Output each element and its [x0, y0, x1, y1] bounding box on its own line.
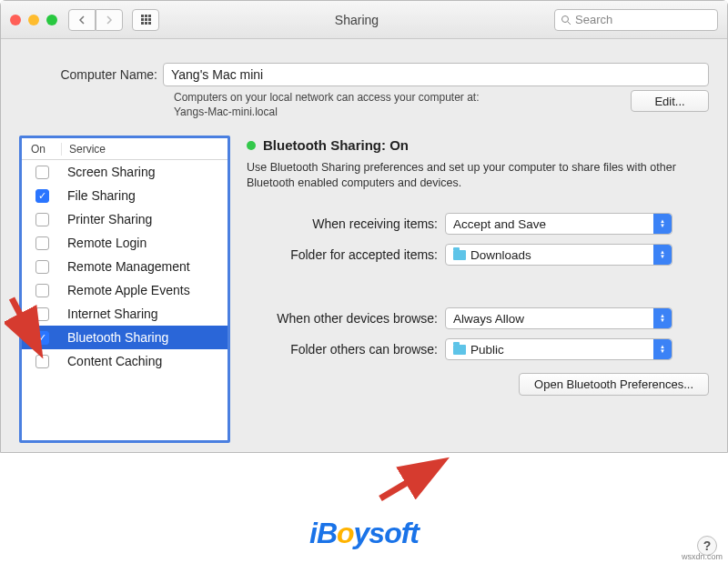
computer-name-label: Computer Name:	[19, 67, 157, 82]
show-all-button[interactable]	[132, 9, 159, 31]
browse-dropdown[interactable]: Always Allow ▲▼	[445, 307, 672, 329]
computer-name-hint: Computers on your local network can acce…	[174, 90, 620, 119]
status-dot-icon	[247, 141, 256, 150]
services-list: On Service Screen Sharing✓File SharingPr…	[19, 136, 230, 443]
minimize-icon[interactable]	[28, 15, 39, 25]
chevron-updown-icon: ▲▼	[653, 339, 672, 359]
col-service: Service	[62, 143, 228, 156]
service-label: Remote Apple Events	[62, 283, 228, 297]
computer-name-field[interactable]: Yang's Mac mini	[163, 63, 709, 86]
window-title: Sharing	[159, 13, 554, 27]
service-row[interactable]: Internet Sharing	[22, 302, 228, 326]
service-label: Screen Sharing	[62, 165, 228, 179]
titlebar: Sharing Search	[1, 1, 727, 39]
search-icon	[561, 15, 571, 25]
open-bluetooth-prefs-button[interactable]: Open Bluetooth Preferences...	[519, 373, 709, 396]
status-text: Bluetooth Sharing: On	[263, 137, 409, 153]
service-checkbox[interactable]	[35, 236, 49, 250]
service-label: Remote Management	[62, 259, 228, 274]
computer-name-hint-row: Computers on your local network can acce…	[19, 90, 709, 119]
folder-icon	[453, 250, 466, 260]
folder-icon	[453, 345, 466, 355]
detail-panel: Bluetooth Sharing: On Use Bluetooth Shar…	[247, 136, 709, 443]
svg-point-0	[562, 15, 569, 22]
service-label: Remote Login	[62, 236, 228, 250]
service-checkbox[interactable]: ✓	[35, 331, 49, 345]
services-header: On Service	[22, 138, 228, 160]
annotation-arrow-icon	[373, 455, 455, 509]
service-label: Content Caching	[62, 354, 228, 368]
status-row: Bluetooth Sharing: On	[247, 137, 709, 153]
service-label: Bluetooth Sharing	[62, 330, 228, 345]
chevron-updown-icon: ▲▼	[653, 308, 672, 328]
search-placeholder: Search	[575, 13, 612, 26]
receiving-dropdown[interactable]: Accept and Save ▲▼	[445, 213, 672, 235]
accepted-folder-label: Folder for accepted items:	[247, 247, 438, 262]
service-row[interactable]: Remote Login	[22, 231, 228, 255]
brand-watermark: iBoysoft	[309, 517, 419, 550]
back-button[interactable]	[68, 9, 96, 31]
browse-label: When other devices browse:	[247, 311, 438, 326]
service-row[interactable]: ✓Bluetooth Sharing	[22, 326, 228, 349]
service-label: File Sharing	[62, 188, 228, 203]
service-label: Printer Sharing	[62, 212, 228, 226]
others-folder-label: Folder others can browse:	[247, 342, 438, 357]
accepted-folder-dropdown[interactable]: Downloads ▲▼	[445, 244, 672, 266]
small-watermark: wsxdn.com	[682, 552, 723, 561]
edit-button[interactable]: Edit...	[631, 90, 709, 112]
sharing-window: Sharing Search Computer Name: Yang's Mac…	[0, 0, 728, 453]
forward-button[interactable]	[96, 9, 123, 31]
service-checkbox[interactable]	[35, 284, 49, 297]
service-checkbox[interactable]: ✓	[35, 189, 49, 203]
close-icon[interactable]	[10, 15, 21, 25]
search-input[interactable]: Search	[554, 9, 718, 31]
service-checkbox[interactable]	[35, 355, 49, 368]
traffic-lights	[10, 15, 57, 25]
service-checkbox[interactable]	[35, 260, 49, 274]
nav-buttons	[68, 9, 123, 31]
service-row[interactable]: Remote Apple Events	[22, 278, 228, 302]
computer-name-row: Computer Name: Yang's Mac mini	[19, 63, 709, 86]
service-label: Internet Sharing	[62, 307, 228, 321]
grid-icon	[141, 15, 151, 25]
service-row[interactable]: ✓File Sharing	[22, 184, 228, 207]
chevron-updown-icon: ▲▼	[653, 214, 672, 234]
detail-description: Use Bluetooth Sharing preferences and se…	[247, 160, 709, 191]
content: Computer Name: Yang's Mac mini Computers…	[1, 39, 727, 452]
zoom-icon[interactable]	[46, 15, 57, 25]
chevron-updown-icon: ▲▼	[653, 245, 672, 265]
service-row[interactable]: Content Caching	[22, 349, 228, 373]
service-checkbox[interactable]	[35, 307, 49, 321]
service-checkbox[interactable]	[35, 213, 49, 226]
service-row[interactable]: Printer Sharing	[22, 207, 228, 231]
service-row[interactable]: Remote Management	[22, 255, 228, 278]
svg-line-1	[568, 22, 571, 25]
service-checkbox[interactable]	[35, 166, 49, 179]
receiving-label: When receiving items:	[247, 216, 438, 231]
svg-line-3	[380, 464, 439, 498]
service-row[interactable]: Screen Sharing	[22, 160, 228, 184]
others-folder-dropdown[interactable]: Public ▲▼	[445, 338, 672, 360]
col-on: On	[22, 143, 62, 156]
